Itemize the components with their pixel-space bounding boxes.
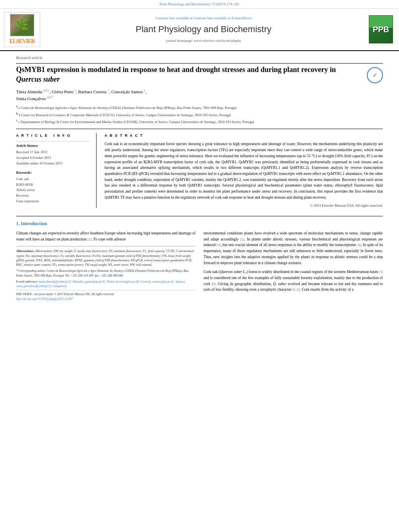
abbreviations-text: Abbreviations: Abbreviations: DW, dry we…: [16, 249, 195, 267]
title-italic: Quercus suber: [16, 75, 60, 83]
doi-link: http://dx.doi.org/10.1016/j.plaphy.2013.…: [16, 297, 195, 301]
journal-citation: Plant Physiology and Biochemistry 73 (20…: [160, 2, 240, 6]
keywords-label: Keywords:: [16, 170, 90, 175]
authors-text-2: Sónia Gonçalves a,b,*: [16, 96, 53, 101]
issn-text: 0981-9428/$ – see front matter © 2013 El…: [16, 292, 195, 296]
keyword-1: Cork oak: [16, 177, 90, 182]
cite-6-8[interactable]: [6–8]: [292, 288, 300, 292]
cite-2[interactable]: [2]: [240, 237, 244, 241]
ppb-logo: PPB: [369, 15, 393, 43]
intro-two-col: Climate changes are expected to severely…: [16, 230, 383, 301]
elsevier-wordmark: ELSEVIER: [10, 37, 35, 45]
accepted-date: Accepted 4 October 2013: [16, 156, 90, 160]
copyright: © 2013 Elsevier Masson SAS. All rights r…: [105, 203, 383, 208]
available-date: Available online 16 October 2013: [16, 161, 90, 166]
affiliation-b: b b Centre for Research in Ceramics & Co…: [16, 111, 383, 118]
affiliations: a a Centro de Biotecnologia Agrícola e A…: [16, 104, 383, 125]
page-container: Plant Physiology and Biochemistry 73 (20…: [0, 0, 399, 305]
footnote-divider: [16, 290, 195, 290]
info-divider: [16, 141, 90, 142]
abbreviations-content: Abbreviations: DW, dry weight; F, steady…: [16, 249, 194, 267]
article-info-column: A R T I C L E I N F O Article history: R…: [16, 133, 97, 208]
journal-homepage: journal homepage: www.elsevier.com/locat…: [44, 38, 363, 43]
keyword-2: R2R3-MYB: [16, 182, 90, 188]
sciencedirect-name[interactable]: Contents lists available at ScienceDirec…: [193, 16, 252, 20]
journal-header: ELSEVIER Contents lists available at Con…: [0, 9, 399, 51]
intro-col-left: Climate changes are expected to severely…: [16, 230, 195, 301]
journal-top-bar: Plant Physiology and Biochemistry 73 (20…: [0, 0, 399, 9]
ppb-text: PPB: [372, 24, 389, 35]
cite-5[interactable]: [5]: [379, 270, 383, 274]
intro-text-right-2: Cork oak (Quercus suber L.) forest is wi…: [204, 269, 383, 293]
intro-label: Introduction: [21, 221, 47, 226]
corresponding-author: * Corresponding author. Centro de Biotec…: [16, 269, 195, 278]
tree-image: [10, 14, 34, 36]
abstract-column: A B S T R A C T Cork oak is an economica…: [105, 133, 383, 208]
title-part1: QsMYB1 expression is modulated in respon…: [16, 66, 336, 74]
history-label: Article history:: [16, 143, 90, 148]
intro-number: 1.: [16, 221, 20, 226]
affiliation-a: a a Centro de Biotecnologia Agrícola e A…: [16, 104, 383, 111]
abbrev-label: Abbreviations:: [16, 249, 34, 253]
crossmark-logo[interactable]: ✓: [367, 67, 383, 83]
abstract-text: Cork oak is an economically important fo…: [105, 141, 383, 200]
keyword-4: Recovery: [16, 193, 90, 199]
abstract-header: A B S T R A C T: [105, 133, 383, 138]
email-label: E-mail addresses:: [16, 280, 38, 283]
intro-title: 1. Introduction: [16, 220, 383, 227]
intro-text-left: Climate changes are expected to severely…: [16, 230, 195, 242]
email-addresses: tania.almeida@cebal.pt (T. Almeida), gpi…: [16, 280, 185, 288]
cite-4[interactable]: [4]: [357, 243, 361, 247]
corresponding-text: * Corresponding author. Centro de Biotec…: [16, 269, 188, 277]
species-abbrev: Q. suber: [273, 282, 287, 286]
affiliation-c: c c Departamento of Biology & Centre for…: [16, 118, 383, 125]
title-divider: [16, 63, 383, 64]
sciencedirect-link[interactable]: Contents lists available at Contents lis…: [44, 16, 363, 21]
article-content: Research article QsMYB1 expression is mo…: [0, 51, 399, 305]
elsevier-logo-section: ELSEVIER: [4, 12, 40, 47]
keywords-section: Keywords: Cork oak R2R3-MYB Abiotic stre…: [16, 170, 90, 204]
ppb-logo-section: PPB: [367, 12, 395, 47]
introduction-section: 1. Introduction Climate changes are expe…: [16, 216, 383, 301]
journal-title: Plant Physiology and Biochemistry: [44, 23, 363, 36]
keyword-3: Abiotic stress: [16, 187, 90, 193]
cite-6[interactable]: [6]: [212, 282, 216, 286]
journal-center-info: Contents lists available at Contents lis…: [44, 12, 363, 47]
authors-text: Tânia Almeida a,b,c, Glória Pinto c, Bar…: [16, 89, 146, 94]
intro-col-right: environmental conditions plants have evo…: [204, 230, 383, 301]
doi-url[interactable]: http://dx.doi.org/10.1016/j.plaphy.2013.…: [16, 297, 73, 301]
email-section: E-mail addresses: tania.almeida@cebal.pt…: [16, 279, 195, 289]
cite-1[interactable]: [1]: [87, 237, 91, 241]
article-type: Research article: [16, 55, 383, 61]
species-name: Quercus suber: [220, 270, 242, 274]
intro-text-right-1: environmental conditions plants have evo…: [204, 230, 383, 266]
article-info-header: A R T I C L E I N F O: [16, 133, 90, 138]
sciencedirect-prefix: Contents lists available at: [155, 16, 193, 20]
article-title: QsMYB1 expression is modulated in respon…: [16, 65, 363, 84]
article-title-section: QsMYB1 expression is modulated in respon…: [16, 65, 383, 84]
keyword-5: Gene expression: [16, 199, 90, 204]
authors: Tânia Almeida a,b,c, Glória Pinto c, Bar…: [16, 88, 383, 102]
received-date: Received 17 July 2013: [16, 150, 90, 155]
cite-3[interactable]: [3]: [216, 243, 220, 247]
article-info-abstract: A R T I C L E I N F O Article history: R…: [16, 129, 383, 208]
footnote-section: Abbreviations: Abbreviations: DW, dry we…: [16, 246, 195, 301]
